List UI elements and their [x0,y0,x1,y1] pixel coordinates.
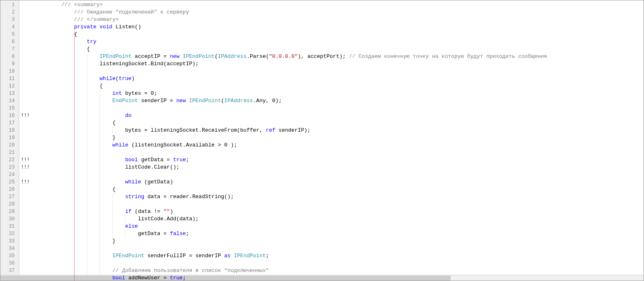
code-line[interactable]: IPEndPoint acceptIP = new IPEndPoint(IPA… [36,53,644,60]
line-number: 22 [0,156,19,164]
code-line[interactable]: while(true) [36,75,644,82]
code-line[interactable]: do [36,112,644,119]
line-marker [19,215,36,223]
indent-guide [74,260,75,267]
line-marker [19,260,36,267]
code-line[interactable]: /// </summary> [36,16,644,23]
code-line[interactable]: try [36,38,644,46]
code-line[interactable]: { [36,119,644,127]
line-number: 33 [0,238,19,245]
code-line[interactable]: listCode.Clear(); [36,164,644,171]
line-number: 21 [0,149,19,156]
code-line[interactable]: } [36,134,644,142]
code-line[interactable] [36,105,644,112]
code-line[interactable]: string data = reader.ReadString(); [36,193,644,201]
line-number: 35 [0,252,19,260]
code-line[interactable]: while (getData) [36,178,644,186]
line-marker: !!! [19,112,36,119]
code-text: listCode.Clear(); [36,164,179,170]
code-line[interactable]: EndPoint senderIP = new IPEndPoint(IPAdd… [36,97,644,105]
line-marker [19,238,36,245]
code-line[interactable]: /// <summary> [36,1,644,9]
code-text: listCode.Add(data); [36,216,199,222]
line-marker [19,53,36,60]
line-marker: !!! [19,178,36,186]
code-line[interactable]: else [36,223,644,230]
line-number: 11 [0,75,19,82]
code-line[interactable]: int bytes = 0; [36,90,644,97]
line-number: 29 [0,208,19,215]
indent-guide [74,105,75,112]
code-line[interactable] [36,171,644,178]
line-number: 28 [0,201,19,208]
code-text: bool getData = true; [36,157,189,163]
line-marker [19,60,36,68]
code-editor[interactable]: 1234567891011121314151617181920212223242… [0,0,644,281]
code-text: { [36,31,77,37]
code-text: EndPoint senderIP = new IPEndPoint(IPAdd… [36,98,282,104]
line-marker [19,23,36,31]
line-number: 8 [0,53,19,60]
line-number: 3 [0,16,19,23]
indent-guide [87,260,87,267]
code-line[interactable]: getData = false; [36,230,644,238]
code-line[interactable]: listCode.Add(data); [36,215,644,223]
line-number: 1 [0,1,19,9]
line-number: 5 [0,31,19,38]
indent-guide [100,105,100,112]
code-line[interactable] [36,245,644,252]
line-number-gutter: 1234567891011121314151617181920212223242… [0,0,19,281]
line-marker [19,171,36,178]
line-number: 25 [0,178,19,186]
code-line[interactable]: listeningSocket.Bind(acceptIP); [36,60,644,68]
code-text: /// Ожидание "подключений" к серверу [36,9,189,15]
code-text: // Добавляем пользователя в список "подк… [36,267,269,274]
indent-guide [100,245,100,252]
code-line[interactable]: bool getData = true; [36,156,644,164]
code-text: } [36,238,116,244]
code-line[interactable]: IPEndPoint senderFullIP = senderIP as IP… [36,252,644,260]
line-marker [19,142,36,149]
code-line[interactable]: private void Listen() [36,23,644,31]
code-text: { [36,46,90,52]
line-number: 19 [0,134,19,142]
code-line[interactable]: { [36,82,644,90]
code-line[interactable]: } [36,238,644,245]
line-number: 20 [0,142,19,149]
code-line[interactable]: bytes = listeningSocket.ReceiveFrom(buff… [36,127,644,134]
code-line[interactable]: // Добавляем пользователя в список "подк… [36,267,644,274]
line-marker [19,105,36,112]
code-line[interactable]: if (data != "") [36,208,644,215]
code-text: /// <summary> [36,2,103,8]
code-line[interactable]: while (listeningSocket.Available > 0 ); [36,142,644,149]
line-number: 32 [0,230,19,238]
code-line[interactable]: /// Ожидание "подключений" к серверу [36,9,644,16]
code-text: IPEndPoint acceptIP = new IPEndPoint(IPA… [36,53,547,59]
line-marker [19,193,36,201]
line-marker [19,134,36,142]
code-text: listeningSocket.Bind(acceptIP); [36,61,199,67]
code-line[interactable] [36,260,644,267]
code-line[interactable]: { [36,31,644,38]
indent-guide [87,245,87,252]
indent-guide [100,260,100,267]
code-line[interactable]: { [36,46,644,53]
line-marker [19,223,36,230]
line-number: 6 [0,38,19,46]
code-line[interactable] [36,68,644,75]
line-marker [19,90,36,97]
code-line[interactable]: { [36,186,644,193]
line-number: 4 [0,23,19,31]
line-marker [19,75,36,82]
line-marker [19,208,36,215]
line-number: 10 [0,68,19,75]
code-line[interactable] [36,201,644,208]
code-line[interactable] [36,149,644,156]
code-text: string data = reader.ReadString(); [36,194,234,200]
line-marker [19,245,36,252]
code-area[interactable]: /// <summary> /// Ожидание "подключений"… [36,0,644,281]
line-marker [19,82,36,90]
line-number: 23 [0,164,19,171]
indent-guide [74,245,75,252]
indent-guide [74,149,75,156]
